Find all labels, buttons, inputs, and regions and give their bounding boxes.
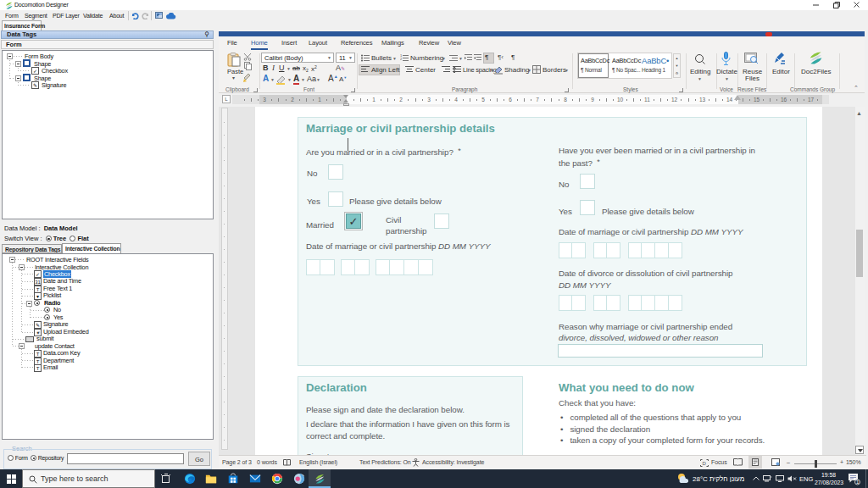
svg-text:2: 2 [400, 57, 403, 61]
svg-text:D: D [703, 461, 707, 466]
